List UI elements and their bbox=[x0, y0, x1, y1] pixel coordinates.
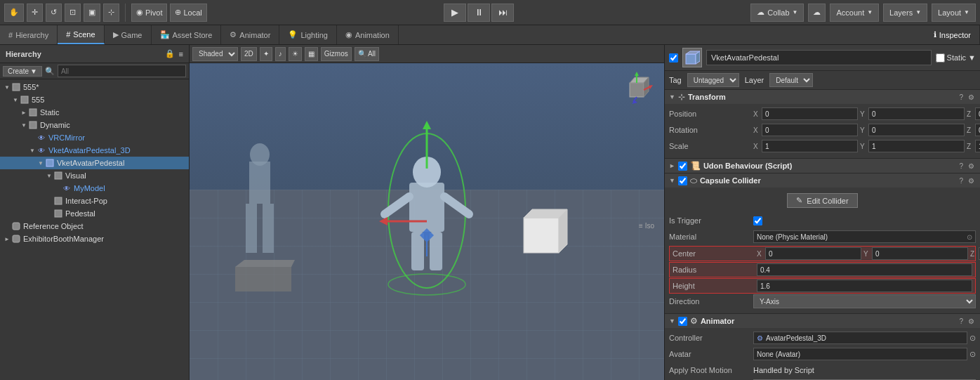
sky-btn[interactable]: ☀ bbox=[289, 47, 302, 61]
account-btn[interactable]: Account bbox=[830, 4, 879, 22]
rot-x-input[interactable] bbox=[762, 124, 858, 136]
hierarchy-item-555[interactable]: ▼ 555 bbox=[0, 93, 189, 106]
2d-btn[interactable]: 2D bbox=[241, 47, 257, 61]
center-x-input[interactable] bbox=[765, 247, 861, 260]
audio-btn[interactable]: ♪ bbox=[275, 47, 286, 61]
root-arrow: ▼ bbox=[3, 84, 11, 91]
capsule-header[interactable]: ▼ ⬭ Capsule Collider ? ⚙ bbox=[665, 173, 980, 188]
root-icon bbox=[11, 82, 21, 92]
animator-help-btn[interactable]: ? bbox=[958, 317, 965, 325]
material-label: Material bbox=[669, 232, 753, 241]
hierarchy-item-pedestal[interactable]: ▼ VketAvatarPedestal bbox=[0, 157, 189, 169]
controller-field[interactable]: ⚙ AvatarPedestal_3D bbox=[753, 332, 967, 344]
tab-hierarchy[interactable]: # Hierarchy bbox=[0, 25, 58, 44]
height-input[interactable] bbox=[757, 280, 972, 292]
rect-tool-btn[interactable]: ▣ bbox=[84, 4, 100, 22]
transform-help-btn[interactable]: ? bbox=[958, 93, 965, 101]
layers-btn[interactable]: Layers bbox=[883, 4, 927, 22]
rot-z-input[interactable] bbox=[975, 124, 980, 136]
animator-enabled[interactable] bbox=[678, 317, 687, 326]
tab-animation[interactable]: ◉ Animation bbox=[337, 25, 399, 44]
fx-btn[interactable]: ✦ bbox=[260, 47, 272, 61]
capsule-help-btn[interactable]: ? bbox=[958, 177, 965, 185]
animator-header[interactable]: ▼ ⚙ Animator ? ⚙ bbox=[665, 314, 980, 328]
capsule-settings-btn[interactable]: ⚙ bbox=[967, 177, 976, 185]
object-name-input[interactable] bbox=[706, 50, 932, 65]
fog-btn[interactable]: ▦ bbox=[305, 47, 318, 61]
layer-select[interactable]: Default bbox=[769, 73, 813, 87]
pos-z-input[interactable] bbox=[975, 107, 980, 120]
is-trigger-checkbox[interactable] bbox=[753, 216, 762, 225]
create-button[interactable]: Create ▼ bbox=[3, 66, 42, 77]
svg-marker-14 bbox=[635, 72, 639, 76]
tag-select[interactable]: Untagged bbox=[687, 73, 739, 87]
hierarchy-item-root[interactable]: ▼ 555* bbox=[0, 81, 189, 93]
avatar-dot-icon[interactable]: ⊙ bbox=[969, 350, 976, 359]
rot-y-input[interactable] bbox=[868, 124, 965, 136]
transform-header[interactable]: ▼ ⊹ Transform ? ⚙ bbox=[665, 90, 980, 104]
local-btn[interactable]: ⊕ Local bbox=[170, 4, 206, 22]
play-button[interactable]: ▶ bbox=[444, 4, 466, 22]
direction-select[interactable]: Y-Axis bbox=[753, 294, 976, 308]
tab-game[interactable]: ▶ Game bbox=[105, 25, 152, 44]
scale-z-input[interactable] bbox=[975, 140, 980, 152]
tab-lighting[interactable]: 💡 Lighting bbox=[279, 25, 337, 44]
udon-enabled[interactable] bbox=[678, 162, 687, 171]
hierarchy-item-mymodel[interactable]: ► 👁 MyModel bbox=[0, 182, 189, 195]
cloud-btn[interactable]: ☁ bbox=[808, 4, 826, 22]
tab-animator[interactable]: ⚙ Animator bbox=[221, 25, 279, 44]
pedestal-label: VketAvatarPedestal bbox=[57, 159, 124, 167]
static-arrow-icon[interactable]: ▼ bbox=[968, 53, 976, 62]
lock-icon[interactable]: 🔒 bbox=[165, 49, 175, 58]
hierarchy-item-static[interactable]: ► Static bbox=[0, 106, 189, 119]
move-tool-btn[interactable]: ✛ bbox=[27, 4, 43, 22]
udon-settings-btn[interactable]: ⚙ bbox=[967, 162, 976, 170]
transform-tool-btn[interactable]: ⊹ bbox=[103, 4, 119, 22]
step-button[interactable]: ⏭ bbox=[491, 4, 514, 22]
hierarchy-item-visual[interactable]: ▼ Visual bbox=[0, 169, 189, 182]
tab-inspector[interactable]: ℹ Inspector bbox=[925, 25, 980, 44]
pivot-btn[interactable]: ◉ Pivot bbox=[131, 4, 167, 22]
hierarchy-item-refobj[interactable]: ► Reference Object bbox=[0, 220, 189, 232]
root-motion-row: Apply Root Motion Handled by Script bbox=[669, 363, 976, 377]
object-enabled-checkbox[interactable] bbox=[669, 53, 678, 63]
udon-icon: 📜 bbox=[690, 161, 701, 171]
rotate-tool-btn[interactable]: ↺ bbox=[46, 4, 62, 22]
radius-input[interactable] bbox=[757, 263, 972, 276]
tab-asset-store[interactable]: 🏪 Asset Store bbox=[152, 25, 222, 44]
menu-icon[interactable]: ≡ bbox=[179, 50, 183, 58]
search-scene-btn[interactable]: 🔍 All bbox=[355, 47, 379, 61]
hierarchy-item-pedestal-child[interactable]: ► Pedestal bbox=[0, 207, 189, 220]
hierarchy-item-vrcmirror[interactable]: ► 👁 VRCMirror bbox=[0, 131, 189, 144]
hierarchy-item-exhibitor[interactable]: ► ExhibitorBoothManager bbox=[0, 232, 189, 245]
hierarchy-item-dynamic[interactable]: ▼ Dynamic bbox=[0, 119, 189, 131]
pause-button[interactable]: ⏸ bbox=[468, 4, 490, 22]
material-field[interactable]: None (Physic Material) ⊙ bbox=[753, 230, 976, 243]
edit-collider-btn[interactable]: ✎ Edit Collider bbox=[787, 193, 857, 208]
tab-scene[interactable]: # Scene bbox=[58, 25, 104, 44]
shading-select[interactable]: Shaded bbox=[192, 47, 238, 61]
hierarchy-item-pedestal3d[interactable]: ▼ 👁 VketAvatarPedestal_3D bbox=[0, 144, 189, 157]
hierarchy-search[interactable] bbox=[58, 65, 186, 77]
udon-header[interactable]: ► 📜 Udon Behaviour (Script) ? ⚙ bbox=[665, 159, 980, 173]
scale-tool-btn[interactable]: ⊡ bbox=[65, 4, 81, 22]
udon-help-btn[interactable]: ? bbox=[958, 162, 965, 170]
gizmos-btn[interactable]: Gizmos bbox=[321, 47, 352, 61]
static-checkbox[interactable] bbox=[936, 53, 945, 63]
scale-x-input[interactable] bbox=[762, 140, 858, 152]
scene-view[interactable]: ≡ Iso bbox=[190, 63, 664, 380]
pos-x-label: X bbox=[753, 110, 760, 118]
hand-tool-btn[interactable]: ✋ bbox=[4, 4, 24, 22]
collab-btn[interactable]: ☁ Collab bbox=[750, 4, 804, 22]
hierarchy-item-interactpop[interactable]: ► Interact-Pop bbox=[0, 195, 189, 207]
center-y-input[interactable] bbox=[872, 247, 968, 260]
animator-settings-btn[interactable]: ⚙ bbox=[967, 317, 976, 325]
transform-settings-btn[interactable]: ⚙ bbox=[967, 93, 976, 101]
avatar-field[interactable]: None (Avatar) bbox=[753, 348, 967, 360]
controller-dot-icon[interactable]: ⊙ bbox=[969, 334, 976, 343]
capsule-enabled[interactable] bbox=[678, 176, 687, 185]
pos-x-input[interactable] bbox=[762, 107, 858, 120]
pos-y-input[interactable] bbox=[868, 107, 965, 120]
layout-btn[interactable]: Layout bbox=[932, 4, 976, 22]
scale-y-input[interactable] bbox=[868, 140, 965, 152]
